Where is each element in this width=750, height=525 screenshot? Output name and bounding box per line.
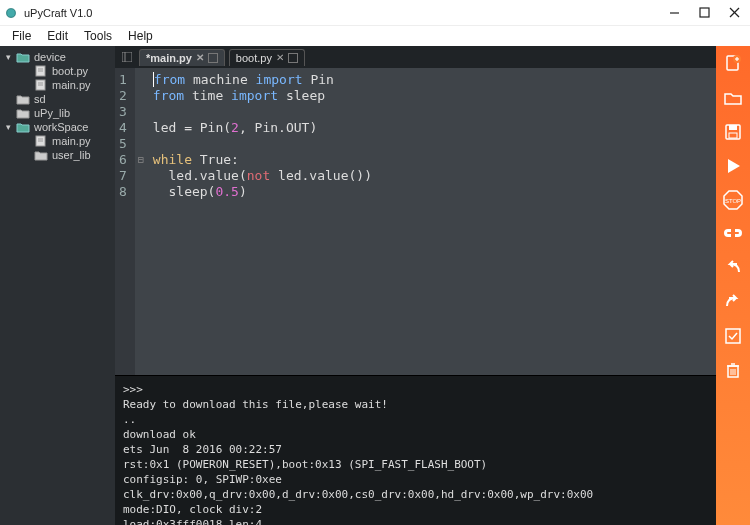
svg-rect-21 [729,133,737,138]
open-file-button[interactable] [721,86,745,110]
redo-button[interactable] [721,290,745,314]
minimize-button[interactable] [668,7,680,19]
close-icon[interactable]: ✕ [276,52,284,63]
connect-button[interactable] [721,222,745,246]
tree-file[interactable]: main.py [0,134,115,148]
menu-help[interactable]: Help [120,27,161,45]
syntax-check-button[interactable] [721,324,745,348]
save-button[interactable] [721,120,745,144]
serial-console[interactable]: >>>Ready to download this file,please wa… [115,375,716,525]
close-button[interactable] [728,7,740,19]
tree-folder[interactable]: uPy_lib [0,106,115,120]
app-logo-icon [4,6,18,20]
tab-bar: *main.py✕boot.py✕ [115,46,716,68]
line-gutter: 12345678 [115,68,135,375]
menu-file[interactable]: File [4,27,39,45]
window-title: uPyCraft V1.0 [24,7,668,19]
tree-folder[interactable]: sd [0,92,115,106]
fold-column: ⊟ [135,68,147,375]
tab[interactable]: *main.py✕ [139,49,225,66]
svg-rect-20 [729,125,737,130]
svg-rect-1 [700,8,709,17]
close-icon[interactable]: ✕ [196,52,204,63]
tree-file[interactable]: boot.py [0,64,115,78]
dock-icon[interactable] [121,51,133,63]
run-button[interactable] [721,154,745,178]
svg-rect-13 [122,52,132,62]
new-file-button[interactable] [721,52,745,76]
right-toolbar: STOP [716,46,750,525]
tree-file[interactable]: main.py [0,78,115,92]
tree-folder[interactable]: ▾workSpace [0,120,115,134]
code-editor[interactable]: 12345678 ⊟ from machine import Pinfrom t… [115,68,716,375]
titlebar: uPyCraft V1.0 [0,0,750,26]
menu-tools[interactable]: Tools [76,27,120,45]
clear-button[interactable] [721,358,745,382]
undo-button[interactable] [721,256,745,280]
svg-rect-24 [726,329,740,343]
menu-edit[interactable]: Edit [39,27,76,45]
maximize-button[interactable] [698,7,710,19]
stop-button[interactable]: STOP [721,188,745,212]
tree-folder[interactable]: ▾device [0,50,115,64]
menubar: File Edit Tools Help [0,26,750,46]
svg-text:STOP: STOP [725,198,741,204]
file-tree: ▾deviceboot.pymain.pysduPy_lib▾workSpace… [0,46,115,525]
tab[interactable]: boot.py✕ [229,49,305,66]
tree-folder[interactable]: user_lib [0,148,115,162]
